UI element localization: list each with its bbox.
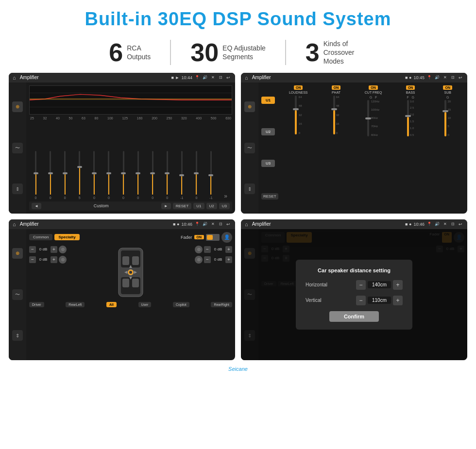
slider-track-3[interactable]: [64, 151, 66, 195]
db-minus-3[interactable]: −: [204, 246, 211, 253]
slider-track-6[interactable]: [108, 151, 109, 195]
user-btn[interactable]: User: [138, 302, 152, 307]
rearleft-btn[interactable]: RearLeft: [66, 302, 85, 307]
slider-handle-9[interactable]: [150, 172, 155, 174]
phat-on[interactable]: ON: [332, 85, 341, 90]
slider-track-12[interactable]: [196, 151, 197, 195]
amp-u2-btn[interactable]: U2: [261, 128, 275, 135]
rect-icon-3: ⊡: [218, 221, 223, 227]
db-plus-3[interactable]: +: [225, 246, 232, 253]
slider-handle-2[interactable]: [48, 172, 53, 174]
amp-u1-btn[interactable]: U1: [261, 97, 275, 104]
home-icon-2[interactable]: [245, 75, 248, 81]
sub-handle[interactable]: [442, 110, 448, 112]
bass-handle[interactable]: [405, 115, 411, 117]
sub-on[interactable]: ON: [443, 85, 452, 90]
bass-slider[interactable]: [407, 100, 409, 136]
slider-track-11[interactable]: [181, 151, 183, 195]
slider-handle-3[interactable]: [63, 172, 68, 174]
loudness-on[interactable]: ON: [294, 85, 303, 90]
home-icon-4[interactable]: [245, 221, 248, 227]
horizontal-minus[interactable]: −: [356, 280, 366, 290]
back-icon-3[interactable]: [225, 221, 231, 227]
db-minus-4[interactable]: −: [204, 256, 211, 263]
eq-sidebar-tune[interactable]: ⊕: [12, 101, 23, 112]
slider-handle-7[interactable]: [121, 172, 126, 174]
all-btn[interactable]: All: [106, 302, 117, 307]
slider-handle-1[interactable]: [34, 172, 38, 174]
amp-sidebar-arrows[interactable]: ⇕: [244, 183, 255, 194]
fader-left-controls: − 0 dB + ◎ − 0 dB + ◎: [29, 246, 107, 299]
loudness-slider[interactable]: [295, 96, 297, 134]
driver-btn[interactable]: Driver: [29, 302, 44, 307]
slider-handle-5[interactable]: [92, 172, 97, 174]
fader-sidebar-wave[interactable]: 〜: [12, 289, 23, 300]
stat-crossover-number: 3: [306, 40, 320, 65]
db-plus-4[interactable]: +: [225, 256, 232, 263]
slider-track-9[interactable]: [152, 151, 153, 195]
slider-handle-8[interactable]: [136, 172, 140, 174]
vertical-plus[interactable]: +: [393, 296, 403, 305]
fader-sidebar-arrows[interactable]: ⇕: [12, 330, 23, 341]
slider-track-5[interactable]: [93, 151, 95, 195]
eq-sidebar-arrows[interactable]: ⇕: [12, 183, 23, 194]
eq-u3-btn[interactable]: U3: [219, 203, 230, 209]
db-minus-1[interactable]: −: [29, 246, 36, 253]
slider-handle-12[interactable]: [194, 172, 199, 174]
horizontal-plus[interactable]: +: [393, 280, 403, 290]
eq-u2-btn[interactable]: U2: [206, 203, 217, 209]
phat-slider[interactable]: [333, 96, 335, 134]
slider-handle-13[interactable]: [208, 174, 213, 176]
cutfreq-on[interactable]: ON: [369, 85, 378, 90]
slider-track-10[interactable]: [167, 151, 168, 195]
amp-sidebar-wave[interactable]: 〜: [244, 143, 255, 153]
db-plus-2[interactable]: +: [51, 256, 57, 263]
slider-track-4[interactable]: [79, 151, 80, 195]
specialty-tab[interactable]: Specialty: [54, 234, 79, 240]
common-tab[interactable]: Common: [29, 234, 52, 240]
home-icon-1[interactable]: [13, 75, 16, 81]
svg-rect-7: [122, 256, 129, 265]
fader-sidebar-tune[interactable]: ⊕: [12, 248, 23, 259]
copilot-btn[interactable]: Copilot: [173, 302, 189, 307]
user-icon-3[interactable]: 👤: [221, 232, 232, 243]
cutfreq-g-handle[interactable]: [365, 117, 371, 119]
eq-reset-btn[interactable]: RESET: [173, 203, 192, 209]
back-icon-2[interactable]: [458, 75, 463, 81]
sub-slider[interactable]: [444, 100, 446, 136]
stat-crossover: 3 Kinds ofCrossover Modes: [286, 39, 387, 66]
back-icon-4[interactable]: [458, 221, 463, 227]
bass-on[interactable]: ON: [406, 85, 415, 90]
eq-u1-btn[interactable]: U1: [193, 203, 204, 209]
slider-handle-4[interactable]: [77, 166, 82, 168]
fader-on-badge[interactable]: ON: [194, 235, 204, 239]
slider-handle-6[interactable]: [106, 172, 111, 174]
db-minus-2[interactable]: −: [29, 256, 36, 263]
slider-handle-10[interactable]: [165, 172, 170, 174]
home-icon-3[interactable]: [13, 221, 16, 227]
amp-reset-btn[interactable]: RESET: [261, 193, 278, 200]
db-plus-1[interactable]: +: [51, 246, 57, 253]
amp-u3-btn[interactable]: U3: [261, 160, 275, 167]
rearright-btn[interactable]: RearRight: [211, 302, 232, 307]
cutfreq-g-slider[interactable]: [367, 100, 369, 136]
confirm-button[interactable]: Confirm: [329, 311, 379, 322]
amp-sidebar-tune[interactable]: ⊕: [244, 101, 255, 112]
slider-handle-11[interactable]: [179, 174, 184, 176]
slider-track-7[interactable]: [123, 151, 124, 195]
slider-track-8[interactable]: [137, 151, 139, 195]
eq-prev-btn[interactable]: ◄: [32, 203, 41, 209]
fader-bottom-buttons: Driver RearLeft All User Copilot RearRig…: [29, 302, 232, 307]
loudness-handle[interactable]: [293, 108, 299, 110]
slider-track-1[interactable]: [35, 151, 36, 195]
vertical-minus[interactable]: −: [356, 296, 366, 305]
slider-line-6: [108, 174, 109, 195]
eq-sidebar-wave[interactable]: 〜: [12, 143, 23, 153]
back-icon-1[interactable]: [225, 75, 231, 81]
app-name-4: Amplifier: [252, 221, 403, 227]
eq-next-btn[interactable]: ►: [161, 203, 171, 209]
phat-handle[interactable]: [331, 108, 337, 110]
eq-sidebar: ⊕ 〜 ⇕: [9, 83, 26, 214]
slider-track-13[interactable]: [210, 151, 212, 195]
slider-track-2[interactable]: [50, 151, 51, 195]
